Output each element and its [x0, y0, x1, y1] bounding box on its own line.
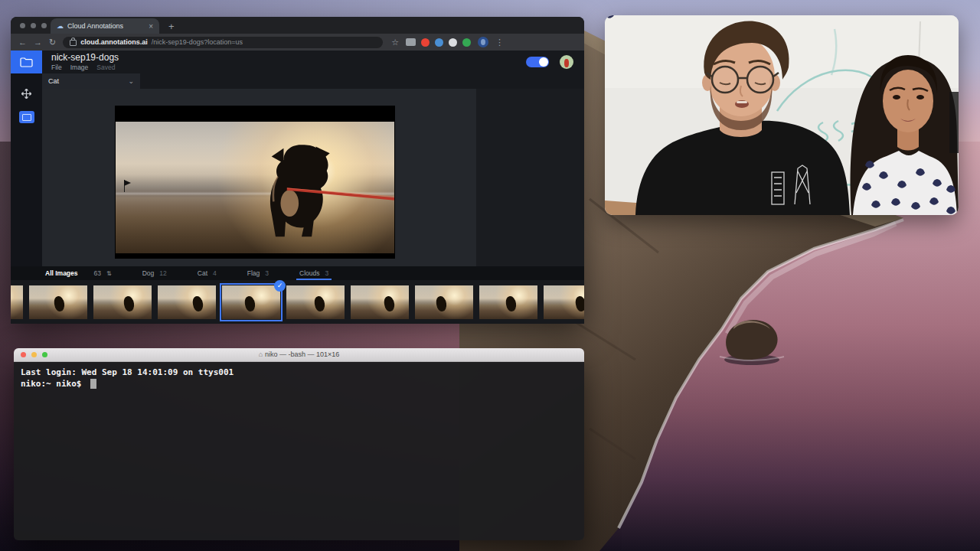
forward-icon[interactable]: → [34, 37, 42, 47]
thumbnail-image [11, 285, 23, 319]
thumbnail-image [158, 285, 216, 319]
webcam-video [605, 15, 959, 215]
thumbnail-8[interactable] [479, 285, 537, 319]
tab-strip: ☁ Cloud Annotations × + [11, 17, 584, 34]
tab-title: Cloud Annotations [67, 22, 145, 30]
selected-check-badge: ✓ [274, 280, 286, 292]
menu-image[interactable]: Image [70, 64, 89, 71]
terminal-line-last-login: Last login: Wed Sep 18 14:01:09 on ttys0… [21, 367, 577, 378]
bookmark-star-icon[interactable]: ☆ [391, 37, 399, 47]
thumbnail-3[interactable] [158, 285, 216, 319]
thumbnail-9[interactable] [544, 285, 584, 319]
browser-tab[interactable]: ☁ Cloud Annotations × [51, 18, 159, 34]
extension-icon-0[interactable] [406, 38, 416, 46]
terminal-title: ⌂niko — -bash — 101×16 [14, 348, 584, 361]
thumbnail-image [93, 285, 152, 319]
tool-sidebar [11, 73, 42, 266]
terminal-body[interactable]: Last login: Wed Sep 18 14:01:09 on ttys0… [14, 362, 584, 540]
filter-all-images[interactable]: All Images 63 ⇅ [45, 269, 112, 277]
browser-toolbar: ← → ↻ cloud.annotations.ai/nick-sep19-do… [11, 34, 584, 51]
chevron-down-icon: ⌄ [128, 77, 134, 85]
thumbnail-image [286, 285, 345, 319]
thumbnail-dog-silhouette [505, 295, 518, 312]
label-bar: Cat ⌄ [42, 73, 584, 89]
filter-all-label: All Images [45, 269, 78, 277]
project-folder-icon[interactable] [11, 51, 42, 73]
thumbnail-2[interactable] [93, 285, 152, 319]
annotation-canvas[interactable] [42, 89, 584, 266]
sort-icon[interactable]: ⇅ [106, 270, 112, 277]
extension-icon-2[interactable] [435, 38, 443, 47]
reload-icon[interactable]: ↻ [49, 37, 56, 47]
filter-clouds[interactable]: Clouds 3 [299, 266, 328, 280]
thumbnail-dog-silhouette [574, 295, 584, 312]
bounding-box-tool-icon[interactable] [19, 111, 34, 123]
project-header-text: nick-sep19-dogs File Image Saved [51, 53, 119, 71]
thumbnail-6[interactable] [351, 285, 409, 319]
filter-cat-label: Cat [198, 269, 207, 277]
video-frame: ☁ Cloud Annotations × + ← → ↻ cloud.anno… [0, 0, 980, 551]
new-tab-button[interactable]: + [168, 21, 175, 31]
terminal-cursor [90, 379, 96, 389]
label-dropdown-value: Cat [48, 77, 59, 85]
filter-dog[interactable]: Dog 12 [142, 266, 167, 280]
close-window-button[interactable] [20, 23, 25, 28]
filter-clouds-count: 3 [325, 269, 328, 277]
thumbnail-7[interactable] [415, 285, 473, 319]
terminal-titlebar[interactable]: ⌂niko — -bash — 101×16 [14, 348, 584, 362]
thumbnail-dog-silhouette [314, 295, 326, 312]
filter-dog-label: Dog [142, 269, 155, 277]
home-folder-icon: ⌂ [259, 350, 263, 358]
url-host: cloud.annotations.ai [80, 38, 148, 46]
move-tool-icon[interactable] [21, 89, 31, 99]
thumbnail-strip[interactable]: ✓ [11, 280, 584, 324]
box-glyph [22, 114, 31, 121]
window-controls[interactable] [20, 23, 47, 28]
menu-file[interactable]: File [51, 64, 62, 71]
extension-icon-1[interactable] [421, 38, 430, 47]
minimize-window-button[interactable] [31, 23, 36, 28]
red-leash [116, 122, 394, 253]
extension-icon-4[interactable] [462, 38, 471, 47]
header-right-controls [526, 51, 573, 73]
thumbnail-image [222, 285, 280, 319]
browser-menu-icon[interactable]: ⋮ [495, 37, 504, 47]
filter-cat-count: 4 [213, 269, 217, 277]
menu-saved-status: Saved [96, 64, 115, 71]
filter-flag-count: 3 [265, 269, 269, 277]
thumbnail-5[interactable] [286, 285, 345, 319]
filter-flag[interactable]: Flag 3 [247, 266, 269, 280]
thumbnail-image [544, 285, 584, 319]
canvas-right-panel [476, 89, 584, 266]
user-avatar[interactable] [560, 55, 573, 69]
address-bar[interactable]: cloud.annotations.ai/nick-sep19-dogs?loc… [63, 37, 383, 48]
thumbnail-dog-silhouette [53, 295, 65, 312]
app-main: Cat ⌄ [42, 73, 584, 266]
thumbnail-image [351, 285, 409, 319]
thumbnail-4[interactable]: ✓ [222, 285, 280, 319]
browser-profile-avatar[interactable] [478, 37, 488, 47]
filter-all-count: 63 [94, 269, 101, 277]
thumbnail-image [479, 285, 537, 319]
label-dropdown[interactable]: Cat ⌄ [42, 73, 140, 89]
cloud-annotations-app: nick-sep19-dogs File Image Saved [11, 51, 584, 324]
filter-dog-count: 12 [159, 269, 166, 277]
project-title: nick-sep19-dogs [51, 53, 119, 62]
zoom-window-button[interactable] [41, 23, 47, 28]
current-image[interactable] [115, 106, 395, 259]
extension-icon-3[interactable] [449, 38, 457, 47]
thumbnail-dog-silhouette [244, 295, 256, 312]
thumbnail-image [415, 285, 473, 319]
thumbnail-image [29, 285, 87, 319]
tab-close-icon[interactable]: × [149, 22, 153, 31]
thumbnail-0[interactable] [11, 285, 23, 319]
lock-icon [70, 40, 77, 46]
back-icon[interactable]: ← [18, 37, 27, 47]
mode-toggle[interactable] [526, 57, 549, 67]
app-header: nick-sep19-dogs File Image Saved [11, 51, 584, 73]
app-body: Cat ⌄ [11, 73, 584, 266]
filter-flag-label: Flag [247, 269, 260, 277]
thumbnail-1[interactable] [29, 285, 87, 319]
extension-icons [406, 38, 471, 47]
filter-cat[interactable]: Cat 4 [198, 266, 217, 280]
